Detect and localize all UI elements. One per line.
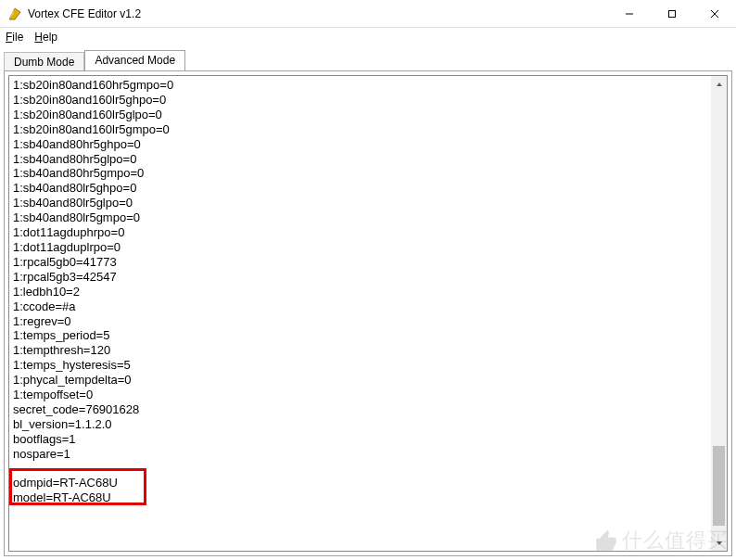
tabstrip: Dumb Mode Advanced Mode <box>0 46 736 70</box>
svg-marker-7 <box>717 541 722 545</box>
svg-marker-0 <box>9 8 20 19</box>
editor-container: 1:sb20in80and160hr5gmpo=0 1:sb20in80and1… <box>8 75 728 552</box>
scroll-thumb[interactable] <box>713 446 725 526</box>
menu-help[interactable]: Help <box>34 31 57 44</box>
tab-panel-advanced: 1:sb20in80and160hr5gmpo=0 1:sb20in80and1… <box>4 70 732 556</box>
titlebar: Vortex CFE Editor v1.2 <box>0 0 736 28</box>
cfe-text-editor[interactable]: 1:sb20in80and160hr5gmpo=0 1:sb20in80and1… <box>9 76 727 551</box>
scroll-up-arrow-icon[interactable] <box>711 76 727 92</box>
vertical-scrollbar[interactable] <box>711 76 727 551</box>
minimize-button[interactable] <box>608 0 651 28</box>
scroll-track[interactable] <box>711 92 727 535</box>
menubar: File Help <box>0 28 736 46</box>
maximize-button[interactable] <box>651 0 693 28</box>
close-button[interactable] <box>693 0 736 28</box>
window-title: Vortex CFE Editor v1.2 <box>28 7 608 20</box>
window-controls <box>608 0 736 28</box>
svg-rect-3 <box>669 10 676 17</box>
tab-dumb-mode[interactable]: Dumb Mode <box>4 52 84 71</box>
app-icon <box>7 6 22 21</box>
scroll-down-arrow-icon[interactable] <box>711 535 727 551</box>
svg-marker-6 <box>717 83 722 86</box>
tab-advanced-mode[interactable]: Advanced Mode <box>84 50 185 70</box>
menu-file[interactable]: File <box>6 31 23 44</box>
